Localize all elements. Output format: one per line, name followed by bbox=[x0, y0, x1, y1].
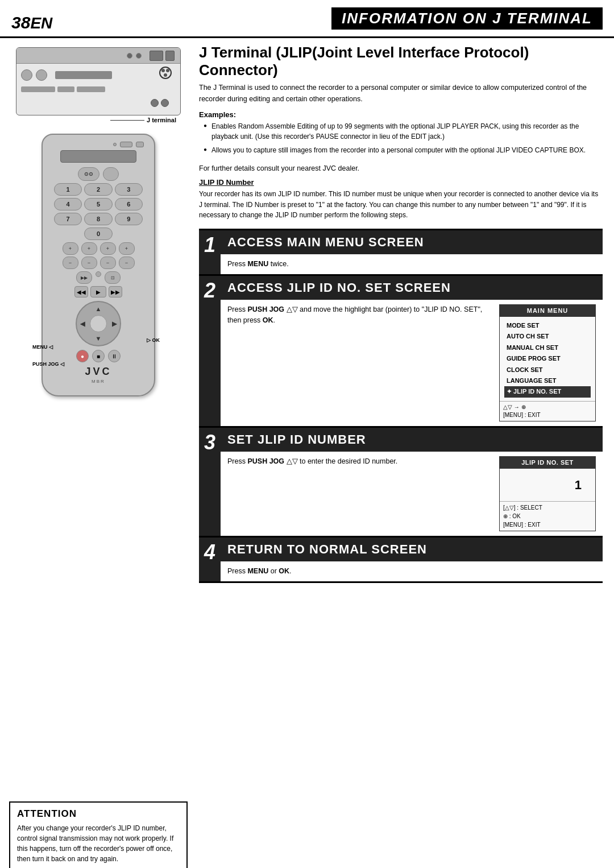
remote-btn-7[interactable]: 7 bbox=[54, 213, 82, 225]
remote-btn-8[interactable]: 8 bbox=[84, 213, 112, 225]
remote-power-btn[interactable] bbox=[120, 142, 132, 147]
attention-text: After you change your recorder's JLIP ID… bbox=[17, 823, 180, 864]
remote-minus-3[interactable]: − bbox=[100, 257, 116, 269]
step-2-header: ACCESS JLIP ID NO. SET SCREEN bbox=[221, 276, 603, 300]
remote-stop[interactable]: ■ bbox=[92, 350, 105, 362]
remote-btn-3[interactable]: 3 bbox=[115, 183, 143, 196]
step-3-text: Press PUSH JOG △▽ to enter the desired I… bbox=[227, 456, 493, 467]
step-2-text: Press PUSH JOG △▽ and move the highlight… bbox=[227, 304, 493, 326]
remote-btn-9[interactable]: 9 bbox=[115, 213, 143, 225]
vcr-label: J terminal bbox=[147, 117, 176, 123]
step-3-block: 3 SET JLIP ID NUMBER Press PUSH JOG △▽ t… bbox=[199, 428, 603, 536]
remote-btn-blank-l bbox=[54, 228, 82, 240]
osd-item-2: AUTO CH SET bbox=[504, 331, 591, 342]
osd-2-footer: △▽ → ⊕ [MENU] : EXIT bbox=[500, 401, 595, 421]
push-jog-side-label: PUSH JOG ◁ bbox=[32, 361, 64, 367]
jlip-set-title: JLIP ID NO. SET bbox=[500, 457, 595, 469]
osd-item-4: GUIDE PROG SET bbox=[504, 353, 591, 364]
step-1-bold: MENU bbox=[247, 260, 268, 268]
remote-pause[interactable]: ⏸ bbox=[108, 350, 121, 362]
remote-rew[interactable]: ◀◀ bbox=[74, 286, 88, 297]
remote-plus-4[interactable]: + bbox=[119, 242, 135, 255]
remote-nav-ring: ▲ ▼ ◀ ▶ bbox=[76, 301, 121, 346]
step-2-screen: MAIN MENU MODE SET AUTO CH SET MANUAL CH… bbox=[499, 304, 596, 421]
jvc-logo: JVC bbox=[51, 366, 146, 378]
ok-side-label: ▷ OK bbox=[147, 337, 160, 343]
remote-btn-2[interactable]: 2 bbox=[84, 183, 112, 196]
osd-item-7: ✦ JLIP ID NO. SET bbox=[504, 386, 591, 397]
left-column: J terminal bbox=[0, 38, 193, 868]
remote-plus-2[interactable]: + bbox=[81, 242, 97, 255]
osd-item-6: LANGUAGE SET bbox=[504, 375, 591, 386]
jlip-set-footer: [△▽] : SELECT ⊕ : OK [MENU] : EXIT bbox=[500, 501, 595, 531]
osd-item-3: MANUAL CH SET bbox=[504, 342, 591, 353]
step-1-header: ACCESS MAIN MENU SCREEN bbox=[221, 230, 603, 254]
jlip-set-value: 1 bbox=[575, 476, 582, 494]
remote-misc-dot bbox=[96, 271, 101, 277]
menu-arrow: ◁ bbox=[49, 344, 53, 350]
remote-nav-center-btn[interactable] bbox=[90, 315, 107, 332]
svg-point-1 bbox=[161, 69, 165, 72]
step-1-number-col: 1 bbox=[199, 230, 221, 274]
ok-label-text: OK bbox=[152, 337, 160, 343]
remote-nav-left[interactable]: ◀ bbox=[80, 320, 85, 328]
remote-misc-btn-2[interactable]: ⊡ bbox=[105, 271, 121, 284]
remote-display bbox=[60, 150, 136, 163]
menu-label-text: MENU bbox=[32, 344, 48, 350]
step-3-body: Press PUSH JOG △▽ to enter the desired I… bbox=[221, 452, 603, 536]
remote-btn-6[interactable]: 6 bbox=[115, 198, 143, 210]
remote-minus-4[interactable]: − bbox=[119, 257, 135, 269]
right-column: J Terminal (JLIP(Joint Level Interface P… bbox=[193, 38, 614, 868]
remote-nav-up[interactable]: ▲ bbox=[96, 305, 102, 312]
jlip-footer-select: [△▽] : SELECT bbox=[503, 503, 592, 512]
remote-btn-0[interactable]: 0 bbox=[84, 228, 112, 240]
jlip-id-text: Your recorder has its own JLIP ID number… bbox=[199, 189, 603, 221]
remote-btn-blank-r bbox=[115, 228, 143, 240]
svg-point-3 bbox=[164, 73, 167, 77]
step-2-number: 2 bbox=[204, 280, 215, 301]
step-2-number-col: 2 bbox=[199, 276, 221, 426]
remote-btn-4[interactable]: 4 bbox=[54, 198, 82, 210]
step-4-number: 4 bbox=[204, 542, 215, 563]
remote-minus-2[interactable]: − bbox=[81, 257, 97, 269]
step-4-text: Press MENU or OK. bbox=[227, 566, 596, 577]
remote-minus-1[interactable]: − bbox=[63, 257, 78, 269]
page-number: 38EN bbox=[11, 3, 52, 33]
remote-led bbox=[113, 143, 117, 146]
step-1-number: 1 bbox=[204, 235, 215, 255]
further-text: For further details consult your nearest… bbox=[199, 164, 603, 172]
step-4-number-col: 4 bbox=[199, 538, 221, 581]
step-3-screen: JLIP ID NO. SET 1 [△▽] : SELECT ⊕ : OK [… bbox=[499, 456, 596, 531]
remote-ff[interactable]: ▶▶ bbox=[109, 286, 122, 297]
step-3-header: SET JLIP ID NUMBER bbox=[221, 428, 603, 452]
intro-text: The J Terminal is used to connect the re… bbox=[199, 82, 603, 105]
attention-title: ATTENTION bbox=[17, 808, 180, 820]
jlip-id-title: JLIP ID Number bbox=[199, 178, 603, 187]
attention-box: ATTENTION After you change your recorder… bbox=[9, 801, 188, 868]
remote-plus-1[interactable]: + bbox=[63, 242, 78, 255]
remote-btn-5[interactable]: 5 bbox=[84, 198, 112, 210]
svg-point-2 bbox=[166, 69, 169, 72]
remote-plus-3[interactable]: + bbox=[100, 242, 116, 255]
step-3-number-col: 3 bbox=[199, 428, 221, 536]
remote-misc-btn-1[interactable]: ▶▶ bbox=[76, 271, 92, 284]
remote-nav-down[interactable]: ▼ bbox=[96, 335, 102, 342]
remote-play[interactable]: ▶ bbox=[90, 286, 106, 297]
brand-sub: MBR bbox=[51, 379, 146, 384]
examples-title: Examples: bbox=[199, 110, 603, 119]
remote-func-btn-2[interactable] bbox=[103, 167, 119, 181]
remote-btn-1[interactable]: 1 bbox=[54, 183, 82, 196]
header-title: INFORMATION ON J TERMINAL bbox=[331, 7, 603, 30]
step-4-header: RETURN TO NORMAL SCREEN bbox=[221, 538, 603, 561]
remote-rec[interactable]: ● bbox=[76, 350, 89, 362]
remote-standby-btn[interactable] bbox=[136, 142, 144, 147]
step-1-block: 1 ACCESS MAIN MENU SCREEN Press MENU twi… bbox=[199, 230, 603, 274]
step-1-content: ACCESS MAIN MENU SCREEN Press MENU twice… bbox=[221, 230, 603, 274]
remote-transport: ◀◀ ▶ ▶▶ bbox=[51, 286, 146, 297]
remote-rec-row: ● ■ ⏸ bbox=[51, 350, 146, 362]
remote-func-btn-1[interactable]: ⊙⊙ bbox=[78, 167, 99, 181]
remote-nav-right[interactable]: ▶ bbox=[112, 320, 117, 328]
ok-arrow: ▷ bbox=[147, 337, 151, 343]
jlip-footer-ok: ⊕ : OK bbox=[503, 512, 592, 520]
step-end-divider bbox=[199, 581, 603, 583]
